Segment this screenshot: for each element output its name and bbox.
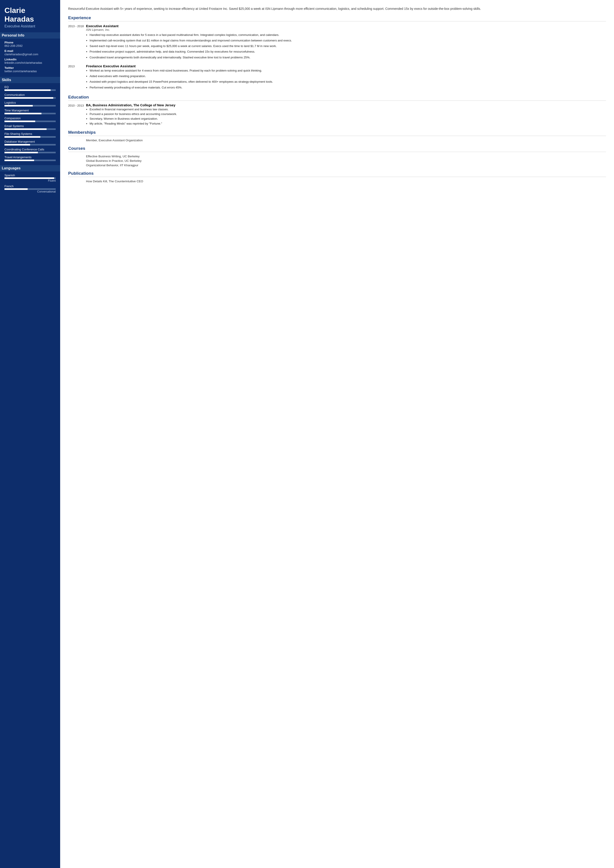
language-level: Fluent: [5, 179, 56, 182]
edu-bullets: Excelled in financial management and bus…: [86, 107, 606, 126]
email-block: E-mail clarieharadas@gmail.com: [5, 49, 56, 56]
membership-item: Member, Executive Assistant Organization: [86, 138, 606, 142]
skill-item: Time Management: [5, 109, 56, 114]
skill-item: Email Systems: [5, 124, 56, 130]
experience-section-title: Experience: [68, 16, 606, 22]
exp-bullets: Handled top executive assistant duties f…: [86, 33, 606, 60]
skill-name: Logistics: [5, 101, 56, 104]
skill-bar-bg: [5, 121, 56, 122]
personal-info-header: Personal Info: [0, 32, 60, 39]
skill-bar-fill: [5, 136, 40, 138]
skill-bar-bg: [5, 105, 56, 107]
skill-name: Time Management: [5, 109, 56, 112]
skill-item: EQ: [5, 85, 56, 91]
language-bar-bg: [5, 188, 56, 190]
exp-content: Executive Assistant ISN Lipmann, Inc. Ha…: [86, 24, 606, 61]
skill-bar-fill: [5, 128, 47, 130]
skills-list: EQ Communication Logistics Time Manageme…: [5, 85, 56, 161]
exp-jobtitle: Freelance Executive Assistant: [86, 64, 606, 68]
course-item: Effective Business Writing, UC Berkeley: [86, 155, 606, 158]
exp-bullet: Coordinated travel arrangements both dom…: [90, 55, 606, 60]
skill-name: Coordinating Conference Calls: [5, 148, 56, 151]
skill-item: Coordinating Conference Calls: [5, 148, 56, 153]
skill-name: Travel Arrangements: [5, 155, 56, 159]
skill-bar-fill: [5, 105, 33, 107]
skill-bar-bg: [5, 89, 56, 91]
skill-name: Database Management: [5, 140, 56, 143]
language-item: French Conversational: [5, 185, 56, 193]
skill-item: Travel Arrangements: [5, 155, 56, 161]
language-name: Spanish: [5, 174, 56, 177]
languages-header: Languages: [0, 165, 60, 171]
exp-bullet: Handled top executive assistant duties f…: [90, 33, 606, 37]
courses-section-title: Courses: [68, 146, 606, 152]
skill-bar-fill: [5, 97, 53, 99]
exp-bullet: Saved each top-level exec 11 hours per w…: [90, 43, 606, 48]
skill-name: EQ: [5, 85, 56, 89]
main-content: Resourceful Executive Assistant with 5+ …: [60, 0, 614, 868]
twitter-value: twitter.com/clarieharadas: [5, 70, 56, 73]
education-list: 2010 - 2013 BA, Business Administration,…: [68, 103, 606, 126]
skill-item: Compassion: [5, 116, 56, 122]
skill-bar-bg: [5, 128, 56, 130]
exp-date: 2013: [68, 64, 86, 91]
language-bar-bg: [5, 177, 56, 179]
exp-bullets: Worked as temp executive assistant for 4…: [86, 68, 606, 90]
email-label: E-mail: [5, 49, 56, 53]
linkedin-block: LinkedIn linkedin.com/in/clarieharadas: [5, 58, 56, 64]
language-item: Spanish Fluent: [5, 174, 56, 182]
phone-value: 862-208-2592: [5, 44, 56, 48]
edu-bullet: Pursued a passion for business ethics an…: [90, 112, 606, 116]
skill-name: Email Systems: [5, 124, 56, 128]
linkedin-label: LinkedIn: [5, 58, 56, 61]
skill-bar-bg: [5, 113, 56, 114]
skill-bar-bg: [5, 152, 56, 153]
language-bar-fill: [5, 188, 28, 190]
skill-name: Communication: [5, 93, 56, 96]
memberships-section-title: Memberships: [68, 130, 606, 136]
phone-block: Phone 862-208-2592: [5, 41, 56, 48]
courses-list: Effective Business Writing, UC BerkeleyG…: [68, 155, 606, 167]
exp-bullet: Assisted with project logistics and deve…: [90, 79, 606, 84]
skills-header: Skills: [0, 77, 60, 83]
course-item: Organizational Behavior, IIT Kharagpur: [86, 163, 606, 167]
twitter-block: Twitter twitter.com/clarieharadas: [5, 66, 56, 73]
skill-bar-fill: [5, 160, 34, 161]
experience-list: 2013 - 2018 Executive Assistant ISN Lipm…: [68, 24, 606, 91]
skill-bar-bg: [5, 144, 56, 146]
edu-degree: BA, Business Administration, The College…: [86, 103, 606, 107]
exp-jobtitle: Executive Assistant: [86, 24, 606, 28]
language-level: Conversational: [5, 190, 56, 193]
languages-list: Spanish Fluent French Conversational: [5, 174, 56, 193]
exp-bullet: Aided executives with meeting preparatio…: [90, 74, 606, 78]
skill-bar-bg: [5, 136, 56, 138]
summary-text: Resourceful Executive Assistant with 5+ …: [68, 6, 606, 11]
exp-bullet: Performed weekly proofreading of executi…: [90, 85, 606, 90]
skill-bar-fill: [5, 152, 38, 153]
sidebar: Clarie Haradas Executive Assistant Perso…: [0, 0, 60, 868]
language-bar-fill: [5, 177, 54, 179]
exp-content: Freelance Executive Assistant Worked as …: [86, 64, 606, 91]
memberships-list: Member, Executive Assistant Organization: [68, 138, 606, 142]
linkedin-value: linkedin.com/in/clarieharadas: [5, 61, 56, 64]
publications-list: How Details Kill, The Counterintuitive C…: [68, 180, 606, 183]
email-value: clarieharadas@gmail.com: [5, 53, 56, 56]
edu-date: 2010 - 2013: [68, 103, 86, 126]
skill-bar-fill: [5, 144, 30, 146]
skill-item: Database Management: [5, 140, 56, 146]
exp-bullet: Implemented call-recording system that c…: [90, 38, 606, 43]
twitter-label: Twitter: [5, 66, 56, 70]
exp-company: ISN Lipmann, Inc.: [86, 28, 606, 31]
language-name: French: [5, 185, 56, 188]
skill-item: Communication: [5, 93, 56, 99]
edu-bullet: Excelled in financial management and bus…: [90, 107, 606, 112]
candidate-name: Clarie Haradas: [5, 6, 56, 23]
skill-name: File-Sharing Systems: [5, 132, 56, 135]
edu-content: BA, Business Administration, The College…: [86, 103, 606, 126]
skill-bar-bg: [5, 97, 56, 99]
edu-bullet: My article, "Reading Minds" was reprinte…: [90, 121, 606, 126]
name-block: Clarie Haradas Executive Assistant: [5, 6, 56, 28]
phone-label: Phone: [5, 41, 56, 44]
skill-bar-fill: [5, 121, 35, 122]
education-section-title: Education: [68, 95, 606, 101]
